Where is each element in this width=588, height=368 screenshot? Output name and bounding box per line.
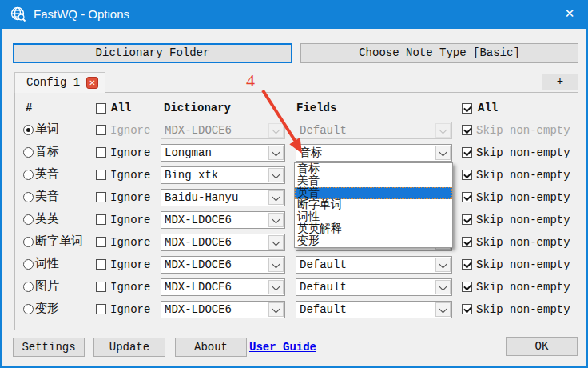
ignore-label: Ignore — [110, 276, 150, 298]
row-radio[interactable] — [23, 170, 34, 180]
close-button[interactable]: ✕ — [551, 0, 588, 29]
dictionary-select[interactable]: MDX-LDOCE6 — [161, 211, 285, 229]
chevron-down-icon[interactable] — [435, 280, 451, 294]
user-guide-link[interactable]: User Guide — [249, 341, 316, 354]
chevron-down-icon[interactable] — [268, 235, 284, 250]
tab-config1[interactable]: Config 1 ✕ — [14, 72, 105, 93]
dictionary-select[interactable]: Baidu-Hanyu — [161, 189, 285, 206]
skip-non-empty-label: Skip non-empty — [476, 231, 570, 254]
row-label: 图片 — [35, 276, 59, 298]
fields-select[interactable]: 音标 — [296, 144, 452, 162]
row-radio[interactable] — [23, 237, 34, 247]
dictionary-select[interactable]: Bing xtk — [161, 166, 285, 184]
row-radio[interactable] — [23, 147, 34, 158]
ignore-checkbox[interactable] — [96, 282, 106, 292]
fields-select[interactable]: Default — [296, 122, 452, 139]
dropdown-item[interactable]: 断字单词 — [295, 199, 452, 211]
update-button[interactable]: Update — [93, 338, 165, 357]
row-label: 英英 — [35, 209, 59, 231]
chevron-down-icon[interactable] — [435, 146, 451, 160]
ignore-checkbox[interactable] — [96, 170, 106, 180]
ignore-checkbox[interactable] — [96, 237, 106, 247]
ignore-label: Ignore — [110, 186, 150, 209]
fields-value: Default — [300, 258, 347, 271]
dictionary-value: MDX-LDOCE6 — [165, 258, 232, 271]
fields-select[interactable]: Default — [296, 278, 452, 296]
fields-select[interactable]: Default — [296, 301, 452, 318]
skip-non-empty-label: Skip non-empty — [476, 186, 570, 209]
col-header-all-left: All — [111, 102, 131, 114]
skip-non-empty-checkbox[interactable] — [462, 214, 472, 225]
ignore-label: Ignore — [110, 164, 150, 186]
skip-non-empty-checkbox[interactable] — [462, 237, 472, 247]
dictionary-select[interactable]: MDX-LDOCE6 — [161, 234, 285, 251]
chevron-down-icon[interactable] — [435, 123, 451, 138]
chevron-down-icon[interactable] — [435, 302, 451, 317]
dictionary-value: Longman — [165, 146, 212, 159]
add-config-button[interactable]: + — [542, 74, 578, 90]
ok-button[interactable]: OK — [506, 337, 578, 356]
settings-button[interactable]: Settings — [13, 338, 85, 357]
skip-non-empty-checkbox[interactable] — [462, 259, 472, 270]
chevron-down-icon[interactable] — [268, 213, 284, 227]
skip-non-empty-checkbox[interactable] — [462, 282, 472, 292]
row-radio[interactable] — [23, 259, 34, 270]
dropdown-item[interactable]: 美音 — [295, 175, 452, 187]
dropdown-item[interactable]: 音标 — [295, 163, 452, 175]
app-globe-icon — [10, 6, 27, 23]
row-radio[interactable] — [23, 282, 34, 292]
row-radio[interactable] — [23, 304, 34, 314]
dropdown-item[interactable]: 英音 — [295, 187, 452, 199]
dictionary-select[interactable]: MDX-LDOCE6 — [161, 278, 285, 296]
row-radio[interactable] — [23, 192, 34, 202]
row-radio[interactable] — [23, 125, 34, 135]
dropdown-item[interactable]: 变形 — [295, 235, 452, 247]
dictionary-select[interactable]: MDX-LDOCE6 — [161, 301, 285, 318]
dictionary-folder-button[interactable]: Dictionary Folder — [13, 43, 292, 63]
chevron-down-icon[interactable] — [268, 123, 284, 138]
chevron-down-icon[interactable] — [435, 258, 451, 272]
all-skip-checkbox[interactable] — [462, 103, 472, 114]
chevron-down-icon[interactable] — [268, 146, 284, 160]
chevron-down-icon[interactable] — [268, 302, 284, 317]
ignore-checkbox[interactable] — [96, 214, 106, 225]
chevron-down-icon[interactable] — [268, 190, 284, 205]
ignore-checkbox[interactable] — [96, 147, 106, 158]
skip-non-empty-checkbox[interactable] — [462, 125, 472, 135]
ignore-checkbox[interactable] — [96, 259, 106, 270]
chevron-down-icon[interactable] — [268, 280, 284, 294]
all-ignore-checkbox[interactable] — [96, 103, 106, 114]
skip-non-empty-checkbox[interactable] — [462, 147, 472, 158]
dictionary-value: MDX-LDOCE6 — [165, 124, 232, 137]
table-row: 音标 Ignore Longman 音标 Skip non-empty — [14, 142, 578, 164]
chevron-down-icon[interactable] — [268, 168, 284, 182]
dictionary-select[interactable]: MDX-LDOCE6 — [161, 122, 285, 139]
dropdown-item[interactable]: 英英解释 — [295, 223, 452, 235]
about-button[interactable]: About — [175, 338, 247, 357]
ignore-label: Ignore — [110, 254, 150, 276]
row-label: 美音 — [35, 186, 59, 209]
table-row: 变形 Ignore MDX-LDOCE6 Default Skip non-em… — [14, 298, 578, 321]
row-radio[interactable] — [23, 214, 34, 225]
fields-select[interactable]: Default — [296, 256, 452, 274]
skip-non-empty-label: Skip non-empty — [476, 142, 570, 164]
dictionary-select[interactable]: Longman — [161, 144, 285, 162]
dictionary-select[interactable]: MDX-LDOCE6 — [161, 256, 285, 274]
skip-non-empty-checkbox[interactable] — [462, 192, 472, 202]
skip-non-empty-checkbox[interactable] — [462, 170, 472, 180]
ignore-checkbox[interactable] — [96, 304, 106, 314]
chevron-down-icon[interactable] — [268, 258, 284, 272]
dictionary-value: Baidu-Hanyu — [165, 191, 238, 204]
tab-close-icon[interactable]: ✕ — [86, 77, 98, 89]
ignore-checkbox[interactable] — [96, 192, 106, 202]
ignore-checkbox[interactable] — [96, 125, 106, 135]
ignore-label: Ignore — [110, 119, 150, 142]
window-title: FastWQ - Options — [34, 0, 129, 28]
col-header-hash: # — [26, 102, 32, 114]
skip-non-empty-checkbox[interactable] — [462, 304, 472, 314]
table-row: 图片 Ignore MDX-LDOCE6 Default Skip non-em… — [14, 276, 578, 298]
dropdown-item[interactable]: 词性 — [295, 211, 452, 223]
dictionary-value: MDX-LDOCE6 — [165, 214, 232, 226]
choose-note-type-button[interactable]: Choose Note Type [Basic] — [300, 43, 578, 63]
fields-value: 音标 — [300, 146, 322, 159]
